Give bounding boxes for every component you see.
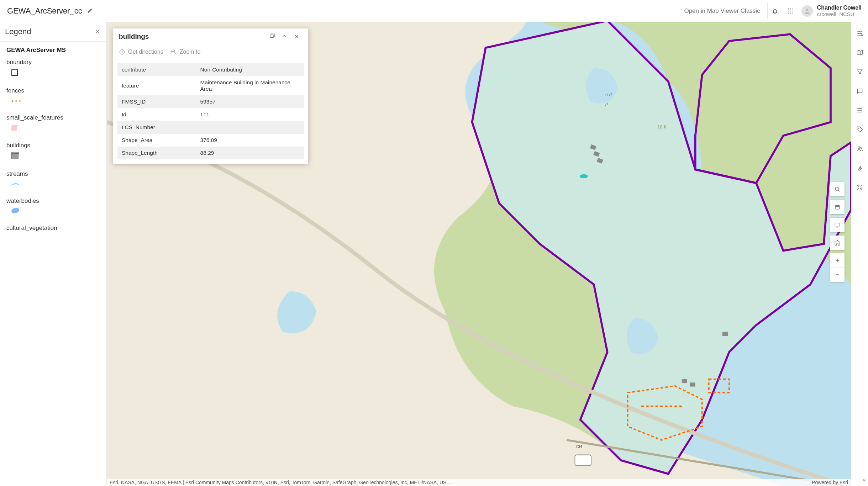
close-icon[interactable]: ✕ <box>290 33 303 40</box>
attr-key: feature <box>117 76 196 95</box>
powered-by[interactable]: Powered by Esri <box>812 480 848 485</box>
svg-rect-18 <box>722 332 728 336</box>
table-row: featureMaintenance Building in Mainenanc… <box>117 76 304 95</box>
legend-swatch <box>11 183 20 186</box>
legend-item: waterbodies <box>6 197 100 215</box>
attr-key: LCS_Number <box>117 121 196 134</box>
svg-point-30 <box>861 147 862 148</box>
basemap-icon[interactable] <box>856 48 864 57</box>
legend-item: buildings <box>6 142 100 160</box>
legend-item: fences• • • <box>6 87 100 104</box>
dock-icon[interactable] <box>266 33 278 41</box>
legend-swatch <box>11 153 19 159</box>
zoom-to-button[interactable]: Zoom to <box>170 49 201 55</box>
legend-item-label: cultural_vegetation <box>6 224 100 232</box>
filter-icon[interactable] <box>856 68 864 76</box>
legend-title: Legend <box>5 27 31 36</box>
avatar-icon <box>801 5 813 17</box>
svg-rect-20 <box>270 35 273 38</box>
wrench-icon[interactable] <box>856 164 864 172</box>
legend-item-label: buildings <box>6 142 100 149</box>
chevron-double-right-icon[interactable]: « <box>863 477 866 483</box>
legend-item: streams <box>6 170 100 187</box>
table-row: Shape_Length88.29 <box>117 147 304 159</box>
svg-point-9 <box>806 9 808 11</box>
table-row: FMSS_ID59357 <box>117 95 304 108</box>
map-label: p <box>605 101 608 106</box>
user-name: Chandler Cowell <box>817 5 862 11</box>
close-icon[interactable]: ✕ <box>95 28 100 36</box>
chat-icon[interactable] <box>856 87 864 95</box>
bell-icon[interactable] <box>767 3 783 19</box>
apps-icon[interactable] <box>783 3 799 19</box>
svg-point-7 <box>790 12 791 14</box>
time-icon[interactable] <box>830 200 845 214</box>
user-menu[interactable]: Chandler Cowell crcowell_NCSU <box>801 5 862 17</box>
people-icon[interactable] <box>856 144 864 153</box>
attr-key: contribute <box>117 63 196 76</box>
legend-item: cultural_vegetation <box>6 224 100 232</box>
legend-swatch <box>11 125 17 131</box>
map-elev-label: 18 ft <box>657 124 666 130</box>
svg-point-2 <box>793 8 794 9</box>
svg-point-3 <box>788 10 789 11</box>
minus-icon[interactable] <box>830 268 845 282</box>
feature-popup: buildings ✕ Get directions <box>113 28 308 164</box>
map-label: o d <box>605 92 612 97</box>
attr-value: 88.29 <box>196 147 304 159</box>
attr-value: Maintenance Building in Mainenance Area <box>196 76 304 95</box>
legend-group-name: GEWA ArcServer MS <box>6 47 100 54</box>
attr-value <box>196 121 304 134</box>
attr-key: FMSS_ID <box>117 95 196 108</box>
map-route-label: 204 <box>575 444 582 449</box>
sliders-icon[interactable] <box>856 29 864 38</box>
legend-swatch <box>11 207 20 214</box>
map-title: GEWA_ArcServer_cc <box>7 6 82 16</box>
tag-icon[interactable] <box>856 125 864 134</box>
attr-value: Non-Contributing <box>196 63 304 76</box>
svg-point-19 <box>580 174 588 178</box>
svg-rect-17 <box>690 382 695 386</box>
attr-key: Id <box>117 108 196 121</box>
attr-key: Shape_Area <box>117 134 196 147</box>
svg-point-28 <box>858 128 859 129</box>
svg-point-5 <box>793 10 794 11</box>
list-icon[interactable] <box>856 106 864 115</box>
attr-value: 376.09 <box>196 134 304 147</box>
svg-rect-16 <box>682 379 687 383</box>
svg-point-0 <box>788 8 789 9</box>
legend-item-label: boundary <box>6 59 100 66</box>
legend-swatch: • • • <box>11 98 21 104</box>
legend-swatch <box>11 69 18 76</box>
attr-value: 111 <box>196 108 304 121</box>
legend-item-label: streams <box>6 170 100 178</box>
zoom-to-label: Zoom to <box>180 49 201 55</box>
table-row: Shape_Area376.09 <box>117 134 304 147</box>
svg-rect-11 <box>575 455 591 466</box>
table-row: Id111 <box>117 108 304 121</box>
svg-point-4 <box>790 10 791 11</box>
pencil-icon[interactable] <box>87 7 94 15</box>
popup-attribute-table: contributeNon-ContributingfeatureMainten… <box>117 63 304 159</box>
legend-item-label: waterbodies <box>6 197 100 205</box>
svg-rect-24 <box>835 223 840 226</box>
svg-point-22 <box>835 187 838 190</box>
svg-point-8 <box>793 12 794 14</box>
svg-point-27 <box>861 35 862 36</box>
map-tool-stack <box>830 182 845 282</box>
open-classic-link[interactable]: Open in Map Viewer Classic <box>684 7 760 15</box>
svg-rect-23 <box>835 206 840 210</box>
attr-value: 59357 <box>196 95 304 108</box>
get-directions-button[interactable]: Get directions <box>119 49 163 55</box>
svg-point-25 <box>860 31 861 32</box>
monitor-icon[interactable] <box>830 218 845 232</box>
map-canvas[interactable]: o d p 18 ft 204 buildings ✕ <box>107 22 851 486</box>
tools-icon[interactable] <box>856 183 864 191</box>
plus-icon[interactable] <box>830 253 845 268</box>
search-icon[interactable] <box>830 182 845 196</box>
legend-panel: Legend ✕ GEWA ArcServer MS boundaryfence… <box>0 22 107 486</box>
home-icon[interactable] <box>830 236 845 250</box>
attribution-text: Esri, NASA, NGA, USGS, FEMA | Esri Commu… <box>110 480 807 485</box>
chevron-up-icon[interactable] <box>278 33 290 40</box>
user-login: crcowell_NCSU <box>817 11 862 17</box>
